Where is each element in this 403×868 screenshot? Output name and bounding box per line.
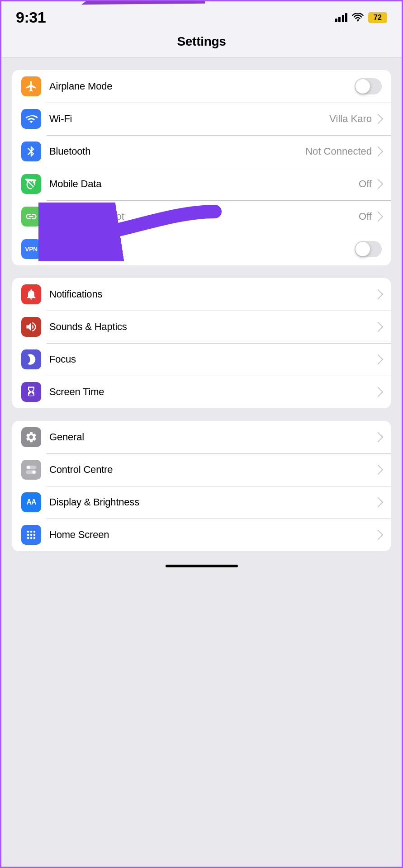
battery-level: 72	[374, 14, 382, 22]
general-chevron	[373, 432, 384, 443]
personal-hotspot-icon-wrapper	[21, 207, 41, 226]
status-icons: 72	[335, 12, 388, 23]
moon-icon	[25, 353, 38, 366]
screen-time-chevron	[373, 387, 384, 397]
display-brightness-chevron	[373, 497, 384, 508]
screen-time-label: Screen Time	[49, 386, 375, 398]
focus-label: Focus	[49, 354, 375, 365]
general-row[interactable]: General	[12, 421, 391, 453]
notifications-section: Notifications Sounds & Haptics Focus Scr…	[12, 278, 391, 408]
wifi-label: Wi-Fi	[49, 113, 329, 125]
notifications-icon-wrapper	[21, 284, 41, 304]
airplane-mode-toggle[interactable]	[355, 78, 382, 94]
mobile-data-chevron	[373, 179, 384, 189]
bluetooth-icon-wrapper	[21, 142, 41, 161]
home-screen-label: Home Screen	[49, 529, 375, 541]
screen-time-icon-wrapper	[21, 382, 41, 402]
display-brightness-label: Display & Brightness	[49, 496, 375, 508]
home-screen-icon-wrapper	[21, 525, 41, 545]
mobile-data-row[interactable]: Mobile Data Off	[12, 168, 391, 200]
page-title-bar: Settings	[1, 30, 402, 57]
svg-point-13	[30, 537, 33, 539]
bluetooth-row[interactable]: Bluetooth Not Connected	[12, 135, 391, 168]
link-icon	[25, 210, 38, 223]
control-centre-label: Control Centre	[49, 464, 375, 476]
wifi-value: Villa Karo	[329, 113, 372, 125]
svg-point-7	[30, 531, 33, 533]
personal-hotspot-row[interactable]: Personal Hotspot Off	[12, 200, 391, 233]
personal-hotspot-chevron	[373, 212, 384, 222]
status-time: 9:31	[16, 9, 46, 26]
svg-point-5	[32, 471, 35, 474]
vpn-icon-wrapper: VPN	[21, 239, 41, 259]
svg-point-12	[27, 537, 29, 539]
svg-point-0	[357, 19, 359, 21]
focus-row[interactable]: Focus	[12, 343, 391, 376]
page-title: Settings	[1, 34, 402, 49]
display-brightness-row[interactable]: AA Display & Brightness	[12, 486, 391, 519]
bluetooth-label: Bluetooth	[49, 146, 305, 157]
control-centre-row[interactable]: Control Centre	[12, 453, 391, 486]
airplane-icon	[25, 80, 38, 93]
battery-indicator: 72	[368, 12, 387, 23]
airplane-mode-row[interactable]: Airplane Mode	[12, 70, 391, 103]
personal-hotspot-label: Personal Hotspot	[49, 211, 359, 222]
svg-point-8	[33, 531, 36, 533]
general-label: General	[49, 431, 375, 443]
wifi-icon-wrapper	[21, 109, 41, 129]
speaker-icon	[25, 321, 38, 333]
screen-time-row[interactable]: Screen Time	[12, 376, 391, 408]
notifications-row[interactable]: Notifications	[12, 278, 391, 311]
notifications-chevron	[373, 289, 384, 300]
antenna-icon	[25, 178, 38, 190]
bluetooth-icon	[25, 145, 38, 158]
wifi-chevron	[373, 114, 384, 124]
home-screen-chevron	[373, 530, 384, 540]
notifications-label: Notifications	[49, 288, 375, 300]
svg-point-9	[27, 534, 29, 536]
wifi-status-icon	[352, 13, 364, 22]
wifi-row-icon	[25, 113, 38, 125]
svg-point-6	[27, 531, 29, 533]
personal-hotspot-value: Off	[359, 211, 372, 222]
control-centre-icon-wrapper	[21, 460, 41, 480]
vpn-text-icon: VPN	[25, 245, 37, 253]
mobile-data-label: Mobile Data	[49, 178, 359, 190]
hourglass-icon	[25, 386, 38, 398]
sounds-haptics-icon-wrapper	[21, 317, 41, 337]
svg-point-11	[33, 534, 36, 536]
sounds-haptics-row[interactable]: Sounds & Haptics	[12, 311, 391, 343]
gear-icon	[25, 431, 38, 443]
airplane-mode-icon-wrapper	[21, 76, 41, 96]
svg-point-10	[30, 534, 33, 536]
bluetooth-value: Not Connected	[305, 146, 372, 157]
sounds-haptics-chevron	[373, 322, 384, 332]
home-indicator	[166, 565, 238, 567]
control-centre-chevron	[373, 465, 384, 475]
status-bar: 9:31 72	[1, 1, 402, 30]
signal-icon	[335, 13, 348, 22]
mobile-data-icon-wrapper	[21, 174, 41, 194]
home-screen-row[interactable]: Home Screen	[12, 519, 391, 551]
vpn-row[interactable]: VPN VPN	[12, 233, 391, 265]
focus-icon-wrapper	[21, 349, 41, 369]
bluetooth-chevron	[373, 146, 384, 157]
home-indicator-area	[1, 551, 402, 581]
svg-point-3	[27, 466, 30, 469]
vpn-toggle[interactable]	[355, 241, 382, 257]
grid-icon	[25, 528, 38, 541]
wifi-row[interactable]: Wi-Fi Villa Karo	[12, 103, 391, 135]
toggle-switch-icon	[25, 463, 38, 476]
display-section: General Control Centre AA Display & Brig…	[12, 421, 391, 551]
display-brightness-icon-wrapper: AA	[21, 492, 41, 512]
general-icon-wrapper	[21, 427, 41, 447]
airplane-mode-label: Airplane Mode	[49, 80, 355, 92]
aa-text-icon: AA	[26, 498, 36, 506]
mobile-data-value: Off	[359, 178, 372, 190]
vpn-label: VPN	[49, 243, 355, 255]
focus-chevron	[373, 354, 384, 365]
sounds-haptics-label: Sounds & Haptics	[49, 321, 375, 333]
bell-icon	[25, 288, 38, 301]
svg-point-14	[33, 537, 36, 539]
connectivity-section: Airplane Mode Wi-Fi Villa Karo Bluetooth…	[12, 70, 391, 265]
